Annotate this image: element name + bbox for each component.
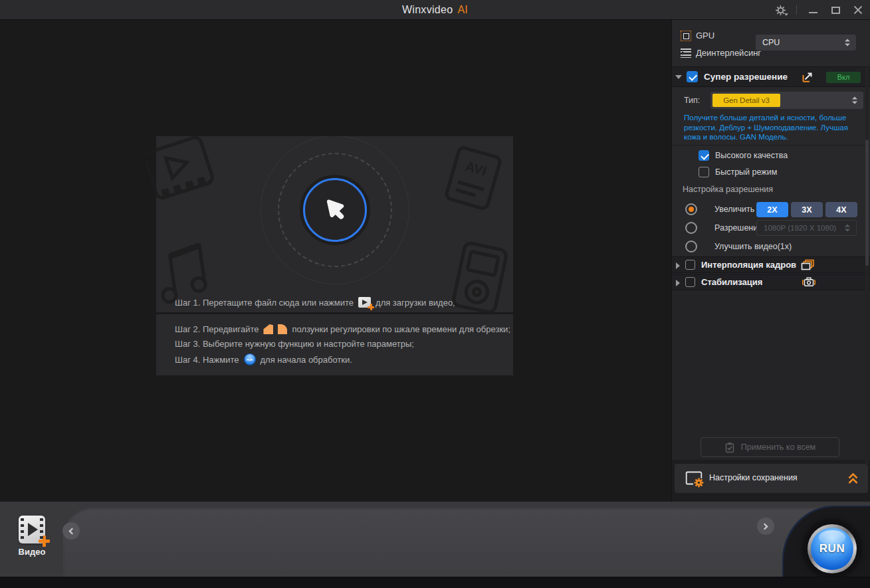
close-button[interactable]: [851, 3, 865, 17]
step2-text-suffix: ползунки регулировки по шкале времени дл…: [292, 324, 510, 334]
fast-mode-label: Быстрый режим: [715, 167, 777, 177]
settings-gear-button[interactable]: [774, 3, 787, 17]
drop-zone[interactable]: Шаг 1. Перетащите файл сюда или нажмите …: [156, 136, 513, 312]
double-chevron-up-icon: [847, 472, 859, 488]
instructions-panel: Шаг 2. Передвигайте ползунки регулировки…: [156, 314, 513, 375]
video-film-icon: [19, 516, 45, 543]
fast-mode-option[interactable]: Быстрый режим: [699, 167, 777, 177]
upscale-radio[interactable]: [685, 203, 697, 215]
super-resolution-expand-icon: [801, 71, 814, 86]
sidebar-footer: Настройки сохранения: [672, 460, 870, 502]
maximize-button[interactable]: [829, 3, 842, 17]
resolution-label: Разрешение: [714, 223, 762, 233]
model-type-value: Gen Detail v3: [712, 94, 780, 107]
step1-text-suffix: для загрузки видео;: [376, 298, 455, 308]
step3-text: Шаг 3. Выберите нужную функцию и настрой…: [175, 339, 414, 349]
step4-text-prefix: Шаг 4. Нажмите: [175, 355, 239, 365]
stabilization-checkbox[interactable]: [685, 277, 695, 287]
run-button[interactable]: RUN: [804, 521, 860, 577]
settings-sidebar: GPU CPU Деинтерлейсинг Автоматически Суп…: [671, 20, 870, 502]
status-badge: Вкл: [826, 72, 861, 83]
deinterlace-label: Деинтерлейсинг: [696, 48, 761, 58]
divider: [672, 145, 870, 146]
status-bar: [0, 577, 870, 588]
trim-end-handle-icon: [278, 324, 287, 334]
fast-mode-checkbox[interactable]: [699, 167, 709, 177]
frames-icon: [801, 259, 815, 274]
collapsed-triangle-icon[interactable]: [676, 262, 680, 269]
updown-chevron-icon: [845, 225, 851, 232]
super-resolution-checkbox[interactable]: [687, 71, 698, 82]
stabilization-header[interactable]: Стабилизация: [672, 274, 870, 290]
expand-triangle-icon[interactable]: [675, 75, 682, 79]
add-video-icon: [358, 297, 371, 308]
resolution-select-disabled: 1080P (1920 X 1080): [756, 220, 857, 236]
upscale-label: Увеличить: [714, 205, 754, 214]
updown-chevron-icon: [852, 97, 858, 104]
trim-start-handle-icon: [263, 324, 273, 334]
enhance-radio[interactable]: [685, 241, 697, 252]
resolution-row: Разрешение 1080P (1920 X 1080): [672, 220, 870, 236]
run-button-label: RUN: [819, 542, 845, 555]
apply-to-all-label: Применить ко всем: [741, 442, 816, 452]
high-quality-option[interactable]: Высокого качества: [699, 150, 788, 161]
stabilization-title: Стабилизация: [701, 277, 762, 287]
frame-interpolation-checkbox[interactable]: [685, 260, 695, 270]
bottom-bar: Видео RUN: [0, 502, 870, 577]
model-description: Получите больше деталей и ясности, больш…: [684, 113, 863, 142]
run-button-sphere: RUN: [811, 528, 853, 570]
clipboard-icon: [724, 442, 735, 453]
play-glyph: [362, 300, 368, 305]
minimize-button[interactable]: [806, 3, 819, 17]
scale-3x-button[interactable]: 3X: [791, 202, 823, 217]
run-mini-icon: RUN: [244, 353, 256, 365]
titlebar: WinxvideoAI: [0, 0, 870, 20]
run-mini-label: RUN: [247, 358, 253, 361]
chevron-left-icon: [69, 528, 76, 534]
scrollbar-thumb[interactable]: [865, 140, 869, 266]
apply-to-all-button[interactable]: Применить ко всем: [701, 437, 839, 457]
preview-canvas: AVI: [0, 20, 671, 502]
super-resolution-title: Супер разрешение: [704, 72, 788, 82]
high-quality-checkbox[interactable]: [699, 150, 709, 161]
close-icon: [853, 5, 863, 15]
minimize-icon: [809, 12, 817, 13]
sidebar-scrollbar[interactable]: [865, 66, 869, 465]
save-settings-icon: [684, 470, 705, 490]
plus-glyph: [368, 304, 374, 310]
cursor-icon: [320, 195, 350, 225]
scale-4x-button[interactable]: 4X: [825, 202, 857, 217]
gpu-chip-icon: [681, 31, 691, 41]
type-label: Тип:: [684, 96, 700, 105]
frame-interpolation-header[interactable]: Интерполяция кадров: [672, 256, 870, 273]
gear-caret-icon: [784, 13, 788, 16]
save-settings-bar[interactable]: Настройки сохранения: [675, 464, 868, 493]
sidebar-lower-area: Применить ко всем: [672, 290, 870, 460]
add-file-target[interactable]: [303, 178, 367, 242]
dropzone-outer-circle: [261, 136, 409, 284]
resolution-settings-label: Настройка разрешения: [683, 185, 773, 194]
app-title: WinxvideoAI: [0, 0, 870, 20]
gpu-label: GPU: [696, 31, 714, 41]
upscale-row: Увеличить 2X 3X 4X: [672, 201, 870, 217]
super-resolution-header[interactable]: Супер разрешение Вкл: [672, 66, 870, 87]
instruction-step-1: Шаг 1. Перетащите файл сюда или нажмите …: [175, 297, 455, 308]
enhance-row: Улучшить видео(1x): [672, 239, 870, 254]
add-video-button[interactable]: Видео: [16, 516, 48, 557]
scroll-right-button[interactable]: [757, 518, 774, 535]
instruction-step-4: Шаг 4. Нажмите RUN для начала обработки.: [175, 353, 513, 365]
deinterlace-row: Деинтерлейсинг Автоматически: [672, 45, 870, 61]
instruction-step-3: Шаг 3. Выберите нужную функцию и настрой…: [175, 339, 513, 349]
chevron-right-icon: [762, 523, 768, 530]
play-glyph: [28, 523, 38, 536]
app-window: WinxvideoAI: [0, 0, 870, 588]
frame-interpolation-title: Интерполяция кадров: [701, 260, 796, 270]
scale-2x-button[interactable]: 2X: [756, 202, 788, 217]
scroll-left-button[interactable]: [62, 522, 80, 539]
model-type-select[interactable]: Gen Detail v3: [710, 92, 863, 109]
window-controls: [774, 0, 865, 20]
maximize-icon: [831, 7, 840, 14]
instruction-step-2: Шаг 2. Передвигайте ползунки регулировки…: [175, 324, 513, 334]
resolution-radio[interactable]: [685, 222, 697, 234]
collapsed-triangle-icon[interactable]: [676, 280, 680, 286]
